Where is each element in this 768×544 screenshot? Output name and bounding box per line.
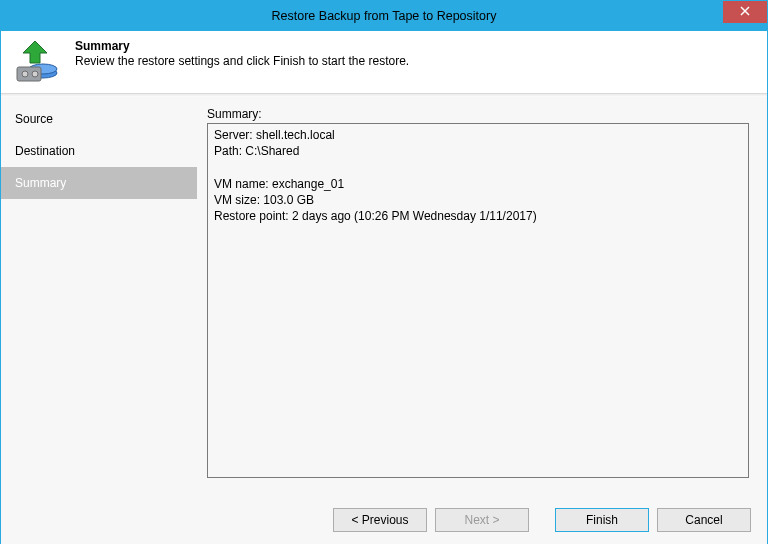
finish-button[interactable]: Finish [555, 508, 649, 532]
tape-restore-icon [13, 37, 61, 85]
svg-point-3 [22, 71, 28, 77]
window-title: Restore Backup from Tape to Repository [272, 9, 497, 23]
previous-button[interactable]: < Previous [333, 508, 427, 532]
wizard-step-title: Summary [75, 39, 409, 53]
wizard-header: Summary Review the restore settings and … [1, 31, 767, 93]
summary-label: Summary: [207, 107, 749, 121]
wizard-content: Summary: Server: shell.tech.local Path: … [197, 97, 767, 496]
close-icon [740, 5, 750, 19]
wizard-header-text: Summary Review the restore settings and … [75, 37, 409, 68]
next-button[interactable]: Next > [435, 508, 529, 532]
svg-point-4 [32, 71, 38, 77]
summary-textbox[interactable]: Server: shell.tech.local Path: C:\Shared… [207, 123, 749, 478]
cancel-button[interactable]: Cancel [657, 508, 751, 532]
wizard-footer: < Previous Next > Finish Cancel [1, 496, 767, 544]
nav-item-source[interactable]: Source [1, 103, 197, 135]
window-frame: Restore Backup from Tape to Repository S… [0, 0, 768, 544]
nav-item-destination[interactable]: Destination [1, 135, 197, 167]
close-button[interactable] [723, 1, 767, 23]
wizard-step-subtitle: Review the restore settings and click Fi… [75, 54, 409, 68]
wizard-body: Source Destination Summary Summary: Serv… [1, 97, 767, 496]
titlebar: Restore Backup from Tape to Repository [1, 1, 767, 31]
nav-item-summary[interactable]: Summary [1, 167, 197, 199]
wizard-nav: Source Destination Summary [1, 97, 197, 496]
